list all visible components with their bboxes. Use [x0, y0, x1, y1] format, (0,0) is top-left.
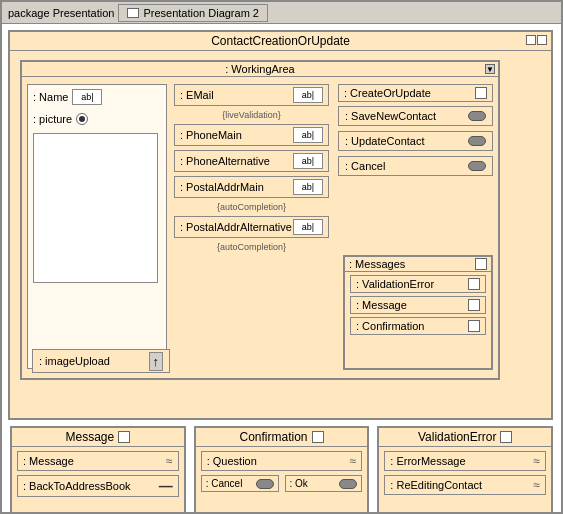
message-box-label: Message	[65, 430, 114, 444]
working-area-scroll[interactable]: ▼	[485, 64, 495, 74]
confirmation-box: Confirmation : Question ≈ : Cancel : Ok	[194, 426, 370, 512]
postal-main-input[interactable]: ab|	[293, 179, 323, 195]
message-field-label: : Message	[23, 455, 74, 467]
phone-main-field[interactable]: : PhoneMain ab|	[174, 124, 329, 146]
validation-error-box-icon	[500, 431, 512, 443]
postal-alt-label: : PostalAddrAlternative	[180, 221, 292, 233]
validation-error-label: : ValidationError	[356, 278, 434, 290]
confirmation-box-icon	[312, 431, 324, 443]
image-upload-row: : imageUpload ↑	[32, 349, 170, 373]
diagram-tab[interactable]: Presentation Diagram 2	[118, 4, 268, 22]
phone-alt-label: : PhoneAlternative	[180, 155, 270, 167]
messages-frame: : Messages : ValidationError : Message :…	[343, 255, 493, 370]
message-box-icon	[118, 431, 130, 443]
title-bar: package Presentation Presentation Diagra…	[2, 2, 561, 24]
message-item[interactable]: : Message	[350, 296, 486, 314]
back-btn-dash: —	[159, 478, 173, 494]
name-label: : Name	[33, 91, 68, 103]
working-area-frame: : WorkingArea ▼ : Name ab| : picture	[20, 60, 500, 380]
message-box-title: Message	[12, 428, 184, 447]
messages-title: : Messages	[345, 257, 491, 272]
confirmation-item[interactable]: : Confirmation	[350, 317, 486, 335]
email-label: : EMail	[180, 89, 214, 101]
validation-error-icon	[468, 278, 480, 290]
messages-label: : Messages	[349, 258, 405, 270]
cancel-oval	[468, 161, 486, 171]
back-to-address-label: : BackToAddressBook	[23, 480, 131, 492]
message-icon	[468, 299, 480, 311]
error-message-label: : ErrorMessage	[390, 455, 465, 467]
postal-alt-note: {autoCompletion}	[174, 242, 329, 252]
postal-alt-wrap: : PostalAddrAlternative ab| {autoComplet…	[174, 216, 329, 252]
message-field: : Message ≈	[17, 451, 179, 471]
error-wave-icon: ≈	[533, 454, 540, 468]
picture-radio[interactable]	[76, 113, 88, 125]
question-field: : Question ≈	[201, 451, 363, 471]
phone-alt-field[interactable]: : PhoneAlternative ab|	[174, 150, 329, 172]
postal-main-label: : PostalAddrMain	[180, 181, 264, 193]
message-label: : Message	[356, 299, 407, 311]
confirmation-label: : Confirmation	[356, 320, 424, 332]
upload-icon: ↑	[149, 352, 164, 371]
update-button[interactable]: : UpdateContact	[338, 131, 493, 151]
message-box: Message : Message ≈ : BackToAddressBook …	[10, 426, 186, 512]
email-note: {liveValidation}	[174, 110, 329, 120]
email-field[interactable]: : EMail ab|	[174, 84, 329, 106]
phone-main-wrap: : PhoneMain ab|	[174, 124, 329, 146]
tab-label: Presentation Diagram 2	[143, 7, 259, 19]
confirmation-buttons: : Cancel : Ok	[201, 475, 363, 497]
name-input[interactable]: ab|	[72, 89, 102, 105]
postal-alt-input[interactable]: ab|	[293, 219, 323, 235]
confirm-cancel-oval	[256, 479, 274, 489]
question-label: : Question	[207, 455, 257, 467]
confirmation-box-title: Confirmation	[196, 428, 368, 447]
package-label: package Presentation	[8, 7, 114, 19]
left-column: : Name ab| : picture	[27, 84, 167, 369]
re-editing-field: : ReEditingContact ≈	[384, 475, 546, 495]
confirm-cancel-label: : Cancel	[206, 478, 243, 489]
corner-sq-2	[537, 35, 547, 45]
confirmation-icon	[468, 320, 480, 332]
picture-label: : picture	[33, 113, 72, 125]
corner-sq-1	[526, 35, 536, 45]
middle-column: : EMail ab| {liveValidation} : PhoneMain…	[174, 84, 329, 369]
postal-alt-field[interactable]: : PostalAddrAlternative ab|	[174, 216, 329, 238]
picture-row: : picture	[28, 109, 166, 129]
validation-error-item[interactable]: : ValidationError	[350, 275, 486, 293]
save-new-label: : SaveNewContact	[345, 110, 436, 122]
ok-label: : Ok	[290, 478, 308, 489]
confirmation-box-label: Confirmation	[239, 430, 307, 444]
cancel-label: : Cancel	[345, 160, 385, 172]
create-update-icon	[475, 87, 487, 99]
validation-error-box-label: ValidationError	[418, 430, 496, 444]
main-content: ContactCreationOrUpdate : WorkingArea ▼ …	[2, 24, 561, 512]
phone-main-label: : PhoneMain	[180, 129, 242, 141]
image-upload-label: : imageUpload	[39, 355, 110, 367]
save-new-button[interactable]: : SaveNewContact	[338, 106, 493, 126]
ok-button[interactable]: : Ok	[285, 475, 363, 492]
re-editing-wave-icon: ≈	[533, 478, 540, 492]
back-to-address-btn[interactable]: : BackToAddressBook —	[17, 475, 179, 497]
error-message-field: : ErrorMessage ≈	[384, 451, 546, 471]
update-label: : UpdateContact	[345, 135, 425, 147]
update-oval	[468, 136, 486, 146]
re-editing-label: : ReEditingContact	[390, 479, 482, 491]
phone-alt-input[interactable]: ab|	[293, 153, 323, 169]
tab-icon	[127, 8, 139, 18]
message-wave-icon: ≈	[166, 454, 173, 468]
outer-frame: ContactCreationOrUpdate : WorkingArea ▼ …	[8, 30, 553, 420]
create-update-label: : CreateOrUpdate	[344, 87, 431, 99]
email-input[interactable]: ab|	[293, 87, 323, 103]
postal-main-field[interactable]: : PostalAddrMain ab|	[174, 176, 329, 198]
phone-main-input[interactable]: ab|	[293, 127, 323, 143]
bottom-row: Message : Message ≈ : BackToAddressBook …	[8, 426, 555, 512]
confirm-cancel-button[interactable]: : Cancel	[201, 475, 279, 492]
radio-inner	[79, 116, 85, 122]
validation-error-box: ValidationError : ErrorMessage ≈ : ReEdi…	[377, 426, 553, 512]
outer-frame-title: ContactCreationOrUpdate	[10, 32, 551, 51]
tab-strip: Presentation Diagram 2	[118, 4, 268, 22]
name-row: : Name ab|	[28, 85, 166, 109]
create-update-section: : CreateOrUpdate	[338, 84, 493, 102]
cancel-button[interactable]: : Cancel	[338, 156, 493, 176]
postal-main-wrap: : PostalAddrMain ab| {autoCompletion}	[174, 176, 329, 212]
